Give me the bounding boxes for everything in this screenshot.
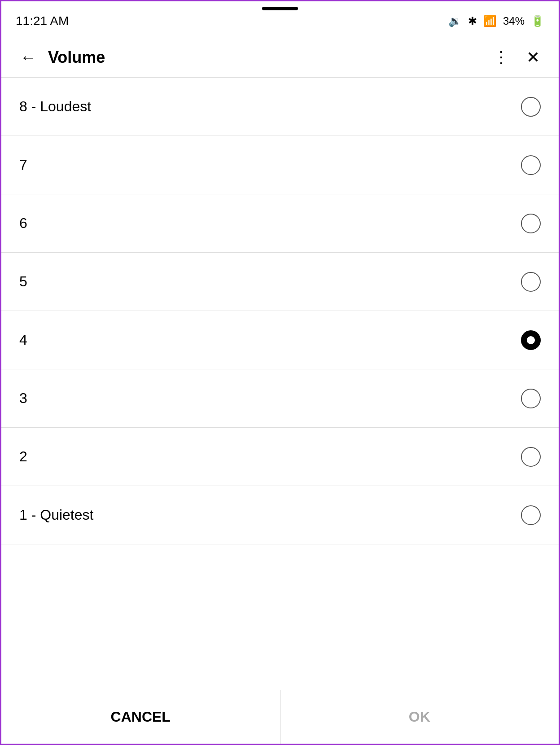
volume-option-label-5: 5: [19, 273, 27, 290]
volume-option-label-7: 7: [19, 157, 27, 173]
status-time: 11:21 AM: [16, 14, 69, 28]
volume-options-list: 8 - Loudest7654321 - Quietest: [1, 78, 559, 692]
volume-option-label-2: 2: [19, 448, 27, 465]
volume-option-6[interactable]: 6: [1, 194, 559, 253]
status-icons: 🔉 ✱ 📶 34% 🔋: [448, 15, 544, 27]
app-header: ← Volume ⋮ ✕: [1, 37, 559, 78]
volume-option-5[interactable]: 5: [1, 253, 559, 311]
page-title: Volume: [48, 48, 489, 67]
back-button[interactable]: ←: [16, 44, 41, 71]
bluetooth-icon: ✱: [468, 15, 477, 27]
footer-actions: CANCEL OK: [1, 690, 559, 744]
volume-option-label-3: 3: [19, 390, 27, 407]
volume-option-8[interactable]: 8 - Loudest: [1, 78, 559, 136]
volume-option-1[interactable]: 1 - Quietest: [1, 486, 559, 544]
volume-option-2[interactable]: 2: [1, 428, 559, 486]
ok-button[interactable]: OK: [280, 690, 559, 744]
volume-icon: 🔉: [448, 15, 462, 27]
radio-7[interactable]: [521, 155, 541, 175]
volume-option-7[interactable]: 7: [1, 136, 559, 194]
wifi-icon: 📶: [483, 15, 497, 27]
radio-5[interactable]: [521, 272, 541, 292]
volume-option-3[interactable]: 3: [1, 369, 559, 428]
volume-option-4[interactable]: 4: [1, 311, 559, 369]
battery-percent: 34%: [503, 15, 525, 27]
volume-option-label-4: 4: [19, 332, 27, 348]
radio-4[interactable]: [521, 330, 541, 350]
cancel-button[interactable]: CANCEL: [1, 690, 280, 744]
radio-6[interactable]: [521, 214, 541, 233]
radio-2[interactable]: [521, 447, 541, 467]
battery-icon: 🔋: [531, 15, 544, 27]
volume-option-label-8: 8 - Loudest: [19, 98, 91, 115]
volume-option-label-1: 1 - Quietest: [19, 507, 93, 523]
radio-1[interactable]: [521, 505, 541, 525]
close-button[interactable]: ✕: [522, 44, 544, 71]
more-options-button[interactable]: ⋮: [489, 44, 515, 71]
radio-8[interactable]: [521, 97, 541, 117]
notch-indicator: [1, 7, 559, 10]
volume-option-label-6: 6: [19, 215, 27, 232]
radio-3[interactable]: [521, 389, 541, 408]
